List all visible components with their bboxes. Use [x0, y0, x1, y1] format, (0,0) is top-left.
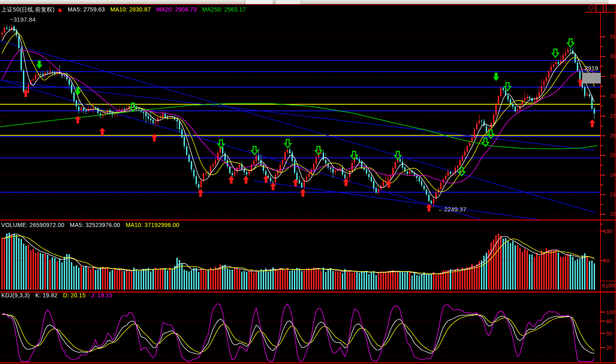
main-chart-header: 上证50(日线.前复权) MA5: 2759.63 MA10: 2830.87 … — [1, 6, 250, 13]
svg-text:X10000: X10000 — [602, 283, 616, 289]
axis-price-marker: 2919 — [584, 65, 598, 72]
low-price-annotation: ←2249.37 — [438, 206, 466, 213]
svg-text:2200: 2200 — [610, 211, 616, 217]
svg-text:2300: 2300 — [610, 192, 616, 198]
high-price-annotation: ~3197.84 — [10, 16, 36, 23]
svg-text:3100: 3100 — [610, 34, 616, 40]
volume-pane — [0, 231, 600, 290]
volume-ma10-label: MA10: 37192996.00 — [126, 222, 179, 228]
axis-layer: 3100300029002800270026002500240023002200… — [0, 4, 616, 363]
svg-text:2700: 2700 — [610, 113, 616, 119]
svg-text:100: 100 — [603, 228, 612, 234]
kdj-header: KDJ(9,3,3) K: 19.82 D: 20.15 J: 19.15 — [1, 292, 116, 299]
svg-text:50: 50 — [606, 330, 612, 337]
kdj-d-label: D: 20.15 — [63, 292, 86, 299]
kdj-params-label: KDJ(9,3,3) — [1, 292, 30, 299]
svg-text:2400: 2400 — [610, 172, 616, 178]
ma10-legend: MA10: 2830.87 — [111, 6, 151, 13]
window-panes-icon[interactable] — [596, 4, 607, 13]
trading-terminal: 3100300029002800270026002500240023002200… — [0, 0, 616, 364]
ma20-legend: MA20: 2904.73 — [156, 6, 197, 13]
svg-text:20: 20 — [606, 345, 612, 351]
svg-text:100: 100 — [606, 309, 615, 315]
signal-arrows-layer — [23, 39, 596, 211]
chart-title: 上证50(日线.前复权) — [1, 6, 54, 13]
main-pane — [0, 24, 598, 227]
svg-text:3000: 3000 — [610, 54, 616, 59]
axis-marker-box — [582, 73, 601, 83]
kdj-pane — [0, 304, 600, 362]
ma5-legend: MA5: 2759.63 — [68, 6, 105, 13]
svg-text:80: 80 — [606, 318, 612, 324]
kdj-j-label: J: 19.15 — [91, 292, 112, 299]
svg-text:2900: 2900 — [610, 74, 616, 79]
volume-value-label: VOLUME: 26590972.00 — [1, 222, 64, 228]
chart-canvas[interactable]: 3100300029002800270026002500240023002200… — [0, 0, 616, 364]
svg-text:2800: 2800 — [610, 93, 616, 99]
price-up-arrow-icon — [58, 6, 62, 13]
volume-header: VOLUME: 26590972.00 MA5: 32523976.00 MA1… — [1, 222, 183, 228]
kdj-k-label: K: 19.82 — [35, 292, 58, 299]
svg-text:50: 50 — [603, 258, 609, 264]
svg-text:2500: 2500 — [610, 153, 616, 158]
grid-layer — [0, 37, 600, 214]
ma250-legend: MA250: 2563.17 — [202, 6, 246, 13]
svg-text:2600: 2600 — [610, 133, 616, 139]
volume-ma5-label: MA5: 32523976.00 — [70, 222, 120, 228]
